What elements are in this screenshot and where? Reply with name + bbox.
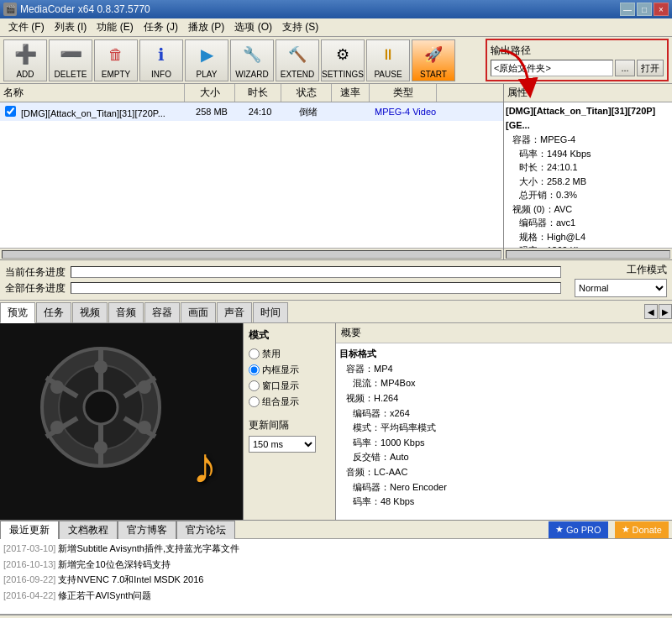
gopro-button[interactable]: ★ Go PRO — [549, 521, 608, 538]
news-tab-recent[interactable]: 最近更新 — [0, 521, 59, 539]
news-date-1: [2016-10-13] — [3, 559, 55, 569]
menu-options[interactable]: 选项 (O) — [229, 18, 277, 36]
svg-point-12 — [138, 421, 151, 434]
open-folder-button[interactable]: 打开 — [637, 60, 664, 76]
col-header-speed: 速率 — [332, 84, 370, 102]
menu-list[interactable]: 列表 (I) — [50, 18, 92, 36]
props-item-container: 容器：MPEG-4 — [506, 133, 670, 147]
delete-label: DELETE — [55, 70, 87, 79]
start-icon: 🚀 — [420, 41, 447, 68]
tab-video[interactable]: 视频 — [72, 302, 108, 322]
props-scrollbar[interactable] — [504, 248, 672, 259]
play-label: PLAY — [197, 70, 218, 79]
mode-combo-label: 组合显示 — [262, 395, 299, 408]
news-tab-forum[interactable]: 官方论坛 — [176, 521, 235, 539]
news-date-2: [2016-09-22] — [3, 574, 55, 584]
tab-time[interactable]: 时间 — [253, 302, 288, 322]
props-item-vencoder: 编码器：avc1 — [506, 216, 670, 230]
news-date-3: [2016-04-22] — [3, 590, 55, 600]
horizontal-scrollbar[interactable] — [0, 248, 503, 259]
mode-combo[interactable]: 组合显示 — [249, 395, 330, 408]
menu-play[interactable]: 播放 (P) — [183, 18, 229, 36]
file-name-cell: [DMG][Attack_on_Titan][31][720P... — [2, 105, 186, 119]
props-item-video: 视频 (0)：AVC — [506, 202, 670, 217]
summary-muxer: 混流：MP4Box — [339, 376, 669, 391]
pause-button[interactable]: ⏸ PAUSE — [366, 39, 410, 81]
donate-star-icon: ★ — [622, 524, 630, 535]
status-bar: 1 queued Intel(R) Core(TM) i3-4170 CPU /… — [0, 615, 672, 618]
mode-window[interactable]: 窗口显示 — [249, 380, 330, 392]
table-row[interactable]: [DMG][Attack_on_Titan][31][720P... 258 M… — [0, 102, 503, 121]
file-type-cell: MPEG-4 Video — [371, 106, 438, 118]
work-mode-select[interactable]: Normal Batch Server — [575, 279, 667, 297]
col-header-size: 大小 — [185, 84, 235, 102]
empty-button[interactable]: 🗑 EMPTY — [94, 39, 138, 81]
info-button[interactable]: ℹ INFO — [139, 39, 183, 81]
mode-disabled[interactable]: 禁用 — [249, 348, 330, 360]
app-icon: 🎬 — [3, 3, 17, 16]
add-label: ADD — [16, 70, 34, 79]
update-interval-select[interactable]: 50 ms 100 ms 150 ms 500 ms 1000 ms — [249, 436, 316, 453]
news-text-3: 修正若干AVISynth问题 — [58, 590, 151, 600]
work-mode-label: 工作模式 — [627, 263, 667, 277]
donate-button[interactable]: ★ Donate — [615, 521, 669, 538]
menu-support[interactable]: 支持 (S) — [277, 18, 323, 36]
menu-file[interactable]: 文件 (F) — [3, 18, 50, 36]
close-button[interactable]: × — [654, 3, 669, 16]
file-checkbox[interactable] — [5, 106, 16, 117]
tab-preview[interactable]: 预览 — [0, 302, 35, 323]
svg-point-10 — [94, 441, 108, 454]
file-duration-cell: 24:10 — [237, 106, 283, 118]
properties-title: 属性 — [507, 86, 528, 100]
properties-header: 属性 — [504, 84, 672, 102]
file-speed-cell — [333, 111, 371, 113]
update-interval-label: 更新间隔 — [249, 418, 330, 432]
delete-button[interactable]: ➖ DELETE — [49, 39, 92, 81]
settings-label: SETTINGS — [322, 70, 364, 79]
tab-arrow-btns: ◀ ▶ — [644, 304, 672, 319]
play-button[interactable]: ▶ PLAY — [185, 39, 228, 81]
svg-point-11 — [50, 380, 64, 394]
tab-audio[interactable]: 音频 — [108, 302, 144, 322]
wizard-button[interactable]: 🔧 WIZARD — [230, 39, 274, 81]
col-header-name: 名称 — [0, 84, 185, 102]
col-header-duration: 时长 — [235, 84, 281, 102]
maximize-button[interactable]: □ — [637, 3, 652, 16]
extend-button[interactable]: 🔨 EXTEND — [276, 39, 319, 81]
tab-prev-button[interactable]: ◀ — [644, 304, 658, 319]
tab-picture[interactable]: 画面 — [181, 302, 216, 322]
browse-button[interactable]: ... — [615, 60, 635, 76]
mode-disabled-label: 禁用 — [262, 348, 281, 360]
tab-task[interactable]: 任务 — [36, 302, 71, 322]
file-list-scroll[interactable]: [DMG][Attack_on_Titan][31][720P... 258 M… — [0, 102, 503, 248]
start-button[interactable]: 🚀 START — [412, 39, 455, 81]
work-mode-box: 工作模式 Normal Batch Server — [566, 263, 667, 297]
gopro-star-icon: ★ — [555, 524, 564, 535]
wizard-icon: 🔧 — [239, 41, 265, 68]
add-button[interactable]: ➕ ADD — [3, 39, 47, 81]
tab-sound[interactable]: 声音 — [217, 302, 252, 322]
properties-content: [DMG][Attack_on_Titan][31][720P][GE... 容… — [504, 102, 672, 248]
props-item-duration: 时长：24:10.1 — [506, 160, 670, 175]
col-header-status: 状态 — [281, 84, 332, 102]
news-list[interactable]: [2017-03-10] 新增Subtitle Avisynth插件,支持蓝光字… — [0, 539, 672, 615]
summary-aencoder: 编码器：Nero Encoder — [339, 480, 669, 495]
toolbar: ➕ ADD ➖ DELETE 🗑 EMPTY ℹ INFO ▶ PLAY 🔧 W… — [0, 37, 672, 84]
props-item-overhead: 总开销：0.3% — [506, 188, 670, 202]
tab-container[interactable]: 容器 — [144, 302, 180, 322]
tab-next-button[interactable]: ▶ — [659, 304, 672, 319]
news-tab-docs[interactable]: 文档教程 — [59, 521, 118, 539]
scrollbar-track[interactable] — [2, 250, 501, 259]
file-size-cell: 258 MB — [186, 106, 237, 118]
mode-inframe[interactable]: 内框显示 — [249, 364, 330, 376]
output-path-input[interactable] — [491, 60, 613, 76]
minimize-button[interactable]: — — [620, 3, 635, 16]
current-progress-row: 当前任务进度 — [5, 265, 561, 280]
wizard-label: WIZARD — [235, 70, 268, 79]
menu-function[interactable]: 功能 (E) — [92, 18, 138, 36]
menu-task[interactable]: 任务 (J) — [139, 18, 183, 36]
summary-container: 容器：MP4 — [339, 362, 669, 377]
settings-button[interactable]: ⚙ SETTINGS — [321, 39, 365, 81]
summary-deinterlace: 反交错：Auto — [339, 450, 669, 465]
news-tab-blog[interactable]: 官方博客 — [118, 521, 176, 539]
